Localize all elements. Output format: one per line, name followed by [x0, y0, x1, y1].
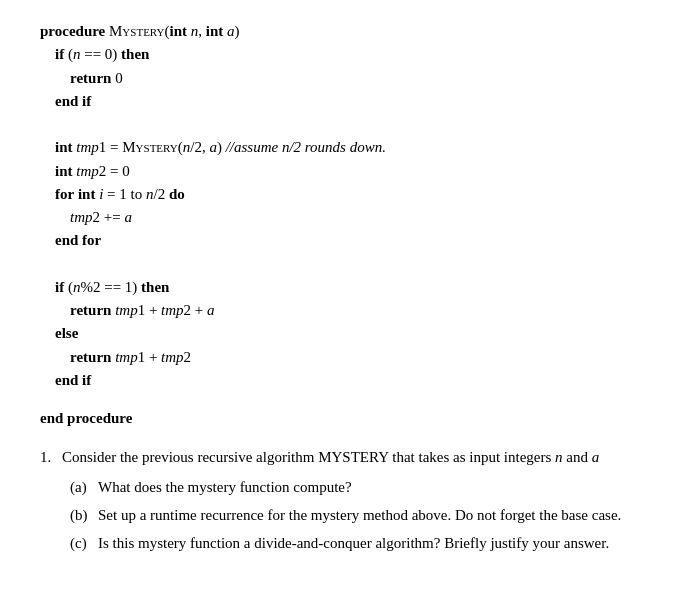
code-line-tmp1: int tmp1 = Mystery(n/2, a) //assume n/2 …	[40, 136, 637, 159]
code-line-if2: if (n%2 == 1) then	[40, 276, 637, 299]
questions-section: 1. Consider the previous recursive algor…	[40, 445, 637, 555]
sub-label-a: (a)	[70, 475, 98, 499]
sub-item-b: (b) Set up a runtime recurrence for the …	[70, 503, 637, 527]
code-line-tmp2: int tmp2 = 0	[40, 160, 637, 183]
code-line-tmp2inc: tmp2 += a	[40, 206, 637, 229]
code-line-return0: return 0	[40, 67, 637, 90]
code-line-blank1	[40, 113, 637, 136]
code-line-else: else	[40, 322, 637, 345]
sub-label-c: (c)	[70, 531, 98, 555]
code-line-procedure: procedure Mystery(int n, int a)	[40, 20, 637, 43]
end-procedure-label: end procedure	[40, 410, 132, 426]
code-line-for: for int i = 1 to n/2 do	[40, 183, 637, 206]
sub-item-c: (c) Is this mystery function a divide-an…	[70, 531, 637, 555]
sub-text-c: Is this mystery function a divide-and-co…	[98, 531, 637, 555]
code-line-endfor: end for	[40, 229, 637, 252]
sub-text-a: What does the mystery function compute?	[98, 475, 637, 499]
code-line-endif1: end if	[40, 90, 637, 113]
code-line-return-tmp1a: return tmp1 + tmp2 + a	[40, 299, 637, 322]
code-block: procedure Mystery(int n, int a) if (n ==…	[40, 20, 637, 392]
sub-text-b: Set up a runtime recurrence for the myst…	[98, 503, 637, 527]
code-line-if1: if (n == 0) then	[40, 43, 637, 66]
main-question: 1. Consider the previous recursive algor…	[40, 445, 637, 469]
main-question-number: 1.	[40, 445, 62, 469]
end-procedure: end procedure	[40, 410, 637, 427]
sub-item-a: (a) What does the mystery function compu…	[70, 475, 637, 499]
main-question-text: Consider the previous recursive algorith…	[62, 445, 637, 469]
code-line-return-tmp1: return tmp1 + tmp2	[40, 346, 637, 369]
sub-label-b: (b)	[70, 503, 98, 527]
code-line-blank2	[40, 253, 637, 276]
code-line-endif2: end if	[40, 369, 637, 392]
